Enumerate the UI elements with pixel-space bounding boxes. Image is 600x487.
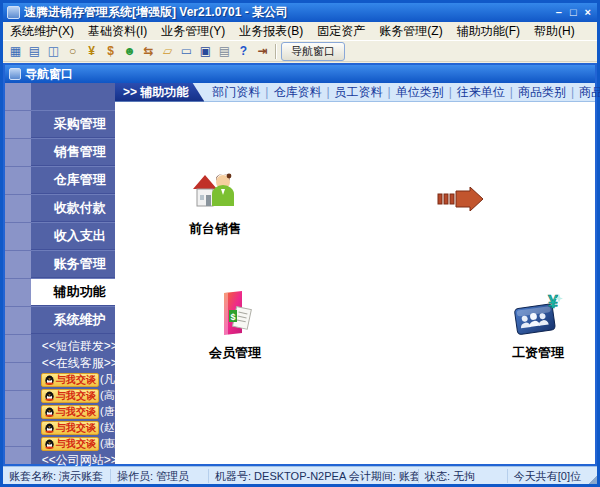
member-folder-icon: $ <box>212 290 258 340</box>
tab-row: >> 辅助功能 部门资料仓库资料员工资料单位类别往来单位商品类别商品资料结算方式 <box>115 83 595 102</box>
print-icon[interactable]: ▤ <box>215 43 234 60</box>
menu-item[interactable]: 帮助(H) <box>527 22 582 41</box>
main-panel: >> 辅助功能 部门资料仓库资料员工资料单位类别往来单位商品类别商品资料结算方式 <box>115 83 595 464</box>
menu-bar: 系统维护(X)基础资料(I)业务管理(Y)业务报表(B)固定资产账务管理(Z)辅… <box>3 22 597 41</box>
qq-contact[interactable]: 与我交谈 (赵) <box>41 420 118 435</box>
qq-contact[interactable]: 与我交谈 (唐) <box>41 404 118 419</box>
toolbar-separator <box>275 44 276 59</box>
resize-grip[interactable] <box>587 467 597 484</box>
sidebar-item[interactable]: 收款付款 <box>31 194 128 222</box>
toolbar: ▦▤◫○¥$☻⇆▱▭▣▤?⇥ 导航窗口 <box>3 41 597 62</box>
shortcut-salary-management[interactable]: ¥ 工资管理 <box>493 292 583 362</box>
cascade-windows-icon[interactable]: ◫ <box>44 43 63 60</box>
tab-link[interactable]: 单位类别 <box>396 84 457 101</box>
sidebar-item[interactable]: 系统维护 <box>31 306 128 334</box>
tab-link[interactable]: 商品类别 <box>518 84 579 101</box>
nav-window-button[interactable]: 导航窗口 <box>281 42 345 61</box>
customers-icon[interactable]: ☻ <box>120 43 139 60</box>
nav-window-icon <box>9 68 21 80</box>
payment-card-icon[interactable]: ▭ <box>177 43 196 60</box>
sidebar-item[interactable]: 账务管理 <box>31 250 128 278</box>
shortcut-front-desk-sales[interactable]: 前台销售 <box>170 170 260 238</box>
sidebar-rail <box>5 83 31 464</box>
nav-window-title: 导航窗口 <box>25 66 73 83</box>
qq-penguin-icon <box>44 406 55 417</box>
sidebar: 采购管理销售管理仓库管理收款付款收入支出账务管理辅助功能系统维护 <<短信群发>… <box>5 83 115 464</box>
maximize-button[interactable]: □ <box>570 7 577 18</box>
app-icon <box>7 6 20 19</box>
cashier-house-icon <box>192 170 238 216</box>
menu-item[interactable]: 账务管理(Z) <box>372 22 449 41</box>
sidebar-item[interactable]: 仓库管理 <box>31 166 128 194</box>
nav-child-window: 导航窗口 采购管理销售管理仓库管理收款付款收入支出账务管理辅助功能系统维护 <<… <box>3 63 597 466</box>
money-report-icon[interactable]: ¥ <box>82 43 101 60</box>
tab-link[interactable]: 仓库资料 <box>273 84 334 101</box>
transfer-icon[interactable]: ⇆ <box>139 43 158 60</box>
status-bar: 账套名称: 演示账套 操作员: 管理员 机器号: DESKTOP-N2PEA 会… <box>3 466 597 484</box>
sidebar-item[interactable]: 辅助功能 <box>31 278 128 306</box>
shortcut-member-management[interactable]: $ 会员管理 <box>190 290 280 362</box>
svg-text:$: $ <box>230 312 235 322</box>
status-state: 状态: 无拘 <box>419 469 508 483</box>
tab-link[interactable]: 员工资料 <box>335 84 396 101</box>
qq-penguin-icon <box>44 390 55 401</box>
open-folder-icon[interactable]: ▱ <box>158 43 177 60</box>
coin-settings-icon[interactable]: $ <box>101 43 120 60</box>
salary-card-icon: ¥ <box>513 292 563 340</box>
status-operator: 操作员: 管理员 <box>111 469 209 483</box>
tab-link[interactable]: 商品资料 <box>579 84 600 101</box>
menu-item[interactable]: 辅助功能(F) <box>450 22 527 41</box>
sidebar-item[interactable]: 收入支出 <box>31 222 128 250</box>
menu-item[interactable]: 基础资料(I) <box>81 22 154 41</box>
menu-item[interactable]: 固定资产 <box>310 22 372 41</box>
menu-item[interactable]: 业务报表(B) <box>232 22 310 41</box>
close-button[interactable]: × <box>585 7 591 18</box>
qq-contact[interactable]: 与我交谈 (高) <box>41 388 118 403</box>
window-title: 速腾进销存管理系统[增强版] Ver21.0701 - 某公司 <box>24 4 556 21</box>
status-account: 账套名称: 演示账套 <box>3 469 111 483</box>
menu-item[interactable]: 系统维护(X) <box>3 22 81 41</box>
svg-text:¥: ¥ <box>548 292 558 312</box>
sidebar-item[interactable]: 采购管理 <box>31 110 128 138</box>
status-machine-period: 机器号: DESKTOP-N2PEA 会计期间: 账套未启用 <box>209 469 419 483</box>
exit-icon[interactable]: ⇥ <box>253 43 272 60</box>
qq-contact[interactable]: 与我交谈 (凡) <box>41 372 118 387</box>
title-bar: 速腾进销存管理系统[增强版] Ver21.0701 - 某公司 – □ × <box>3 3 597 22</box>
help-icon[interactable]: ? <box>234 43 253 60</box>
qq-penguin-icon <box>44 438 55 449</box>
status-today-count: 今天共有[0]位 <box>508 469 587 483</box>
tab-link[interactable]: 部门资料 <box>212 84 273 101</box>
form-view-icon[interactable]: ▤ <box>25 43 44 60</box>
sidebar-item[interactable]: 销售管理 <box>31 138 128 166</box>
qq-penguin-icon <box>44 422 55 433</box>
minimize-button[interactable]: – <box>556 7 562 18</box>
grid-view-icon[interactable]: ▦ <box>6 43 25 60</box>
app-window: 速腾进销存管理系统[增强版] Ver21.0701 - 某公司 – □ × 系统… <box>0 0 600 487</box>
sms-broadcast-link[interactable]: <<短信群发>> <box>42 338 118 355</box>
next-step-arrow-icon <box>437 187 485 211</box>
menu-item[interactable]: 业务管理(Y) <box>154 22 232 41</box>
qq-penguin-icon <box>44 374 55 385</box>
online-service-link[interactable]: <<在线客服>> <box>42 355 118 372</box>
content-area: 前台销售 <box>115 102 595 464</box>
qq-contact[interactable]: 与我交谈 (惠) <box>41 436 118 451</box>
nav-window-title-bar: 导航窗口 <box>5 65 595 83</box>
active-tab-auxiliary[interactable]: >> 辅助功能 <box>115 83 204 102</box>
tab-link[interactable]: 往来单位 <box>457 84 518 101</box>
save-icon[interactable]: ▣ <box>196 43 215 60</box>
search-icon[interactable]: ○ <box>63 43 82 60</box>
